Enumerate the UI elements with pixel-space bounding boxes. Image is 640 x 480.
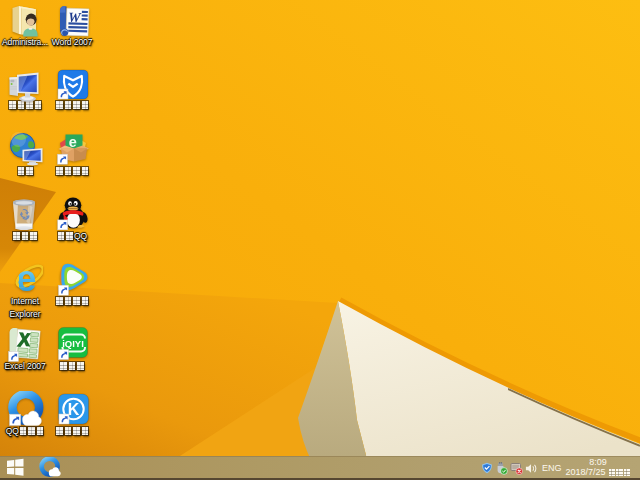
svg-text:K: K (68, 401, 80, 418)
svg-text:e: e (16, 261, 37, 295)
svg-text:iQIYI: iQIYI (62, 338, 84, 349)
